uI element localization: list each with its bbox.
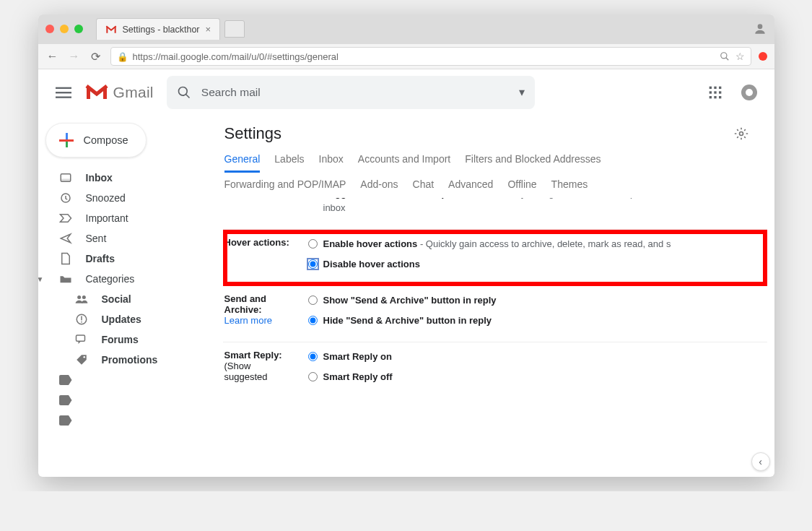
- label-smart-reply-off: Smart Reply off: [323, 370, 393, 384]
- search-bar[interactable]: Search mail ▾: [167, 76, 535, 109]
- sidebar-label-forums: Forums: [102, 334, 139, 345]
- svg-rect-16: [719, 96, 721, 98]
- bookmark-star-icon[interactable]: ☆: [735, 51, 745, 62]
- clock-icon: [58, 191, 73, 205]
- gear-icon[interactable]: [734, 126, 748, 141]
- sidebar-label-drafts: Drafts: [86, 253, 115, 264]
- svg-point-1: [720, 53, 726, 59]
- label-icon: [58, 393, 73, 407]
- categories-icon: [58, 272, 73, 286]
- side-panel-toggle[interactable]: ‹: [751, 452, 770, 471]
- svg-rect-8: [709, 87, 711, 89]
- svg-rect-4: [56, 92, 71, 93]
- zoom-icon[interactable]: [720, 51, 730, 61]
- notifications-icon[interactable]: [741, 85, 757, 100]
- section-hover-actions: Hover actions: Enable hover actions - Qu…: [223, 230, 767, 286]
- link-learn-more[interactable]: Learn more: [224, 315, 272, 326]
- sent-icon: [58, 231, 73, 246]
- svg-point-0: [757, 24, 762, 29]
- sidebar-item-label-1[interactable]: [45, 370, 217, 390]
- label-suggest-followup: Suggest emails to follow up on - Sent em…: [323, 197, 672, 215]
- sidebar-label-sent: Sent: [86, 233, 107, 244]
- search-options-dropdown-icon[interactable]: ▾: [519, 86, 525, 99]
- tab-general[interactable]: General: [224, 153, 261, 173]
- svg-point-20: [77, 295, 81, 299]
- radio-smart-reply-on[interactable]: [308, 352, 318, 361]
- gmail-header: Gmail Search mail ▾: [38, 69, 774, 116]
- radio-hide-send-archive[interactable]: [308, 316, 318, 325]
- svg-rect-24: [81, 321, 82, 323]
- svg-rect-15: [714, 96, 716, 98]
- label-smart-reply-on: Smart Reply on: [323, 350, 392, 364]
- svg-rect-10: [719, 87, 721, 89]
- inbox-icon: [58, 170, 73, 185]
- browser-tab[interactable]: Settings - blackthor ×: [96, 18, 221, 40]
- label-smart-reply: Smart Reply: (Show suggested: [224, 350, 294, 389]
- tab-inbox[interactable]: Inbox: [319, 153, 344, 173]
- extension-icon[interactable]: [759, 52, 767, 61]
- radio-enable-hover[interactable]: [308, 239, 318, 249]
- reload-button[interactable]: ⟳: [89, 50, 103, 64]
- close-window-button[interactable]: [45, 25, 54, 33]
- sidebar-item-categories[interactable]: ▼ Categories: [45, 269, 217, 289]
- tab-themes[interactable]: Themes: [551, 178, 588, 196]
- tab-offline[interactable]: Offline: [507, 178, 536, 196]
- svg-rect-13: [719, 91, 721, 93]
- plus-icon: [59, 133, 74, 147]
- svg-rect-5: [56, 97, 71, 98]
- sidebar-item-inbox[interactable]: Inbox: [45, 168, 217, 188]
- svg-point-26: [83, 356, 85, 358]
- menu-icon[interactable]: [56, 85, 71, 100]
- radio-smart-reply-off[interactable]: [308, 372, 318, 381]
- tab-forwarding-pop-imap[interactable]: Forwarding and POP/IMAP: [224, 178, 346, 196]
- svg-rect-23: [81, 316, 82, 321]
- sidebar-label-social: Social: [102, 293, 131, 305]
- gmail-app: Gmail Search mail ▾: [38, 69, 774, 477]
- chevron-down-icon: ▼: [38, 275, 44, 283]
- svg-rect-3: [56, 87, 71, 89]
- address-bar[interactable]: 🔒 https://mail.google.com/mail/u/0/#sett…: [110, 47, 751, 66]
- tab-filters-blocked[interactable]: Filters and Blocked Addresses: [465, 153, 601, 173]
- tab-advanced[interactable]: Advanced: [448, 178, 493, 196]
- compose-button[interactable]: Compose: [45, 123, 147, 157]
- new-tab-button[interactable]: [224, 20, 245, 38]
- radio-disable-hover[interactable]: [308, 259, 318, 269]
- sidebar-item-forums[interactable]: Forums: [45, 329, 217, 350]
- radio-show-send-archive[interactable]: [308, 295, 318, 305]
- apps-grid-icon[interactable]: [708, 85, 722, 100]
- checkbox-suggest-followup[interactable]: [308, 197, 318, 198]
- back-button[interactable]: ←: [45, 50, 60, 63]
- tab-add-ons[interactable]: Add-ons: [360, 178, 398, 196]
- svg-line-2: [725, 58, 728, 61]
- sidebar-item-sent[interactable]: Sent: [45, 228, 217, 249]
- close-tab-button[interactable]: ×: [206, 24, 211, 35]
- settings-title: Settings: [224, 124, 282, 143]
- tab-labels[interactable]: Labels: [274, 153, 304, 173]
- tab-chat[interactable]: Chat: [413, 178, 435, 196]
- sidebar-item-drafts[interactable]: Drafts: [45, 249, 217, 269]
- search-placeholder: Search mail: [201, 86, 261, 99]
- sidebar-item-social[interactable]: Social: [45, 289, 217, 309]
- label-hide-send-archive: Hide "Send & Archive" button in reply: [323, 314, 492, 328]
- sidebar-item-promotions[interactable]: Promotions: [45, 350, 217, 370]
- sidebar: Compose Inbox Snoozed Important Sent: [38, 116, 223, 477]
- profile-icon[interactable]: [753, 22, 767, 36]
- section-send-archive: Send and Archive: Learn more Show "Send …: [223, 286, 767, 342]
- minimize-window-button[interactable]: [60, 25, 69, 33]
- sidebar-item-updates[interactable]: Updates: [45, 309, 217, 329]
- sidebar-item-snoozed[interactable]: Snoozed: [45, 188, 217, 208]
- sidebar-label-updates: Updates: [102, 314, 141, 325]
- promotions-icon: [74, 353, 89, 367]
- sidebar-item-label-2[interactable]: [45, 390, 217, 410]
- gmail-favicon: [105, 25, 117, 34]
- settings-tabs: General Labels Inbox Accounts and Import…: [223, 147, 767, 202]
- sidebar-item-important[interactable]: Important: [45, 208, 217, 228]
- svg-point-27: [739, 132, 743, 136]
- forward-button[interactable]: →: [67, 50, 82, 63]
- maximize-window-button[interactable]: [74, 25, 83, 33]
- tab-accounts-import[interactable]: Accounts and Import: [358, 153, 450, 173]
- sidebar-label-snoozed: Snoozed: [86, 192, 126, 204]
- sidebar-item-label-3[interactable]: [45, 410, 217, 431]
- gmail-logo[interactable]: Gmail: [84, 83, 154, 102]
- sidebar-label-promotions: Promotions: [102, 354, 158, 366]
